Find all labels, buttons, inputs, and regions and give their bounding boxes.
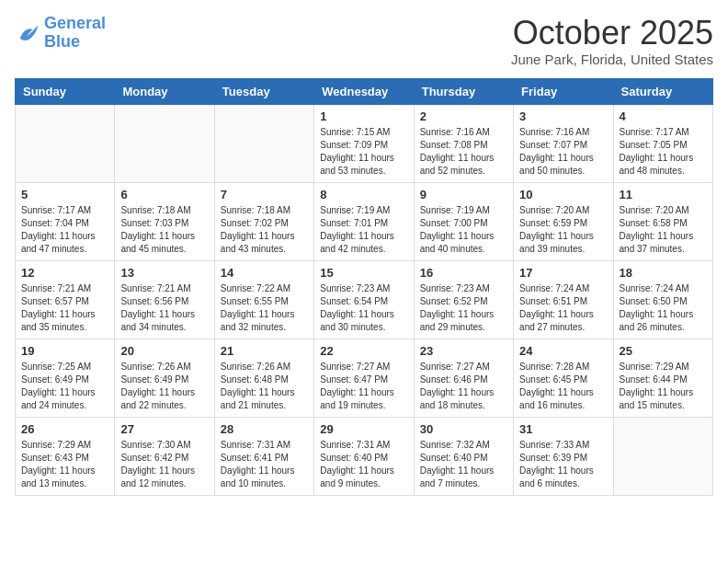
day-number: 9 [420,188,507,201]
day-number: 13 [120,266,208,280]
day-number: 15 [320,266,407,280]
day-number: 23 [420,344,507,358]
calendar-week-row: 26Sunrise: 7:29 AM Sunset: 6:43 PM Dayli… [16,417,713,495]
logo-text: General Blue [44,15,106,52]
table-row: 27Sunrise: 7:30 AM Sunset: 6:42 PM Dayli… [115,417,214,495]
day-info: Sunrise: 7:30 AM Sunset: 6:42 PM Dayligh… [120,439,208,490]
day-number: 8 [320,188,407,201]
day-number: 28 [221,422,308,436]
day-number: 4 [620,109,707,123]
logo: General Blue [15,15,106,52]
day-number: 12 [21,266,108,280]
calendar-header-row: Sunday Monday Tuesday Wednesday Thursday… [16,78,713,104]
day-info: Sunrise: 7:26 AM Sunset: 6:48 PM Dayligh… [221,361,308,412]
table-row: 10Sunrise: 7:20 AM Sunset: 6:59 PM Dayli… [514,182,613,260]
table-row: 8Sunrise: 7:19 AM Sunset: 7:01 PM Daylig… [314,182,414,260]
day-info: Sunrise: 7:20 AM Sunset: 6:58 PM Dayligh… [620,204,707,256]
day-number: 17 [519,266,607,280]
day-info: Sunrise: 7:21 AM Sunset: 6:57 PM Dayligh… [21,282,108,334]
day-number: 7 [221,188,308,201]
header-monday: Monday [115,78,214,104]
table-row: 24Sunrise: 7:28 AM Sunset: 6:45 PM Dayli… [514,339,613,417]
calendar-week-row: 12Sunrise: 7:21 AM Sunset: 6:57 PM Dayli… [16,260,713,339]
logo-icon [15,20,40,46]
day-number: 1 [320,109,407,123]
day-number: 16 [420,266,507,280]
table-row: 12Sunrise: 7:21 AM Sunset: 6:57 PM Dayli… [16,260,115,339]
table-row: 6Sunrise: 7:18 AM Sunset: 7:03 PM Daylig… [115,182,214,260]
day-number: 18 [620,266,707,280]
table-row [16,104,115,182]
day-number: 10 [519,188,607,201]
table-row: 21Sunrise: 7:26 AM Sunset: 6:48 PM Dayli… [214,339,313,417]
day-info: Sunrise: 7:26 AM Sunset: 6:49 PM Dayligh… [120,361,208,412]
table-row: 9Sunrise: 7:19 AM Sunset: 7:00 PM Daylig… [414,182,513,260]
day-info: Sunrise: 7:28 AM Sunset: 6:45 PM Dayligh… [519,361,607,412]
calendar-week-row: 1Sunrise: 7:15 AM Sunset: 7:09 PM Daylig… [16,104,713,182]
calendar-table: Sunday Monday Tuesday Wednesday Thursday… [15,78,713,496]
day-number: 22 [320,344,407,358]
table-row: 18Sunrise: 7:24 AM Sunset: 6:50 PM Dayli… [613,260,712,339]
table-row [115,104,214,182]
day-number: 6 [120,188,208,201]
table-row: 22Sunrise: 7:27 AM Sunset: 6:47 PM Dayli… [314,339,414,417]
table-row: 17Sunrise: 7:24 AM Sunset: 6:51 PM Dayli… [514,260,613,339]
table-row: 15Sunrise: 7:23 AM Sunset: 6:54 PM Dayli… [314,260,414,339]
header-tuesday: Tuesday [214,78,313,104]
day-number: 3 [519,109,607,123]
table-row: 31Sunrise: 7:33 AM Sunset: 6:39 PM Dayli… [514,417,613,495]
day-number: 2 [420,109,507,123]
header-sunday: Sunday [16,78,115,104]
header-friday: Friday [514,78,613,104]
table-row: 20Sunrise: 7:26 AM Sunset: 6:49 PM Dayli… [115,339,214,417]
day-info: Sunrise: 7:29 AM Sunset: 6:44 PM Dayligh… [620,361,707,412]
day-number: 31 [519,422,607,436]
day-number: 19 [21,344,108,358]
table-row [214,104,313,182]
day-info: Sunrise: 7:27 AM Sunset: 6:47 PM Dayligh… [320,361,407,412]
day-info: Sunrise: 7:31 AM Sunset: 6:41 PM Dayligh… [221,439,308,490]
title-section: October 2025 June Park, Florida, United … [511,15,713,67]
day-number: 29 [320,422,407,436]
calendar-week-row: 19Sunrise: 7:25 AM Sunset: 6:49 PM Dayli… [16,339,713,417]
table-row: 19Sunrise: 7:25 AM Sunset: 6:49 PM Dayli… [16,339,115,417]
day-number: 30 [420,422,507,436]
day-info: Sunrise: 7:18 AM Sunset: 7:03 PM Dayligh… [120,204,208,256]
table-row: 23Sunrise: 7:27 AM Sunset: 6:46 PM Dayli… [414,339,513,417]
day-info: Sunrise: 7:24 AM Sunset: 6:51 PM Dayligh… [519,282,607,334]
table-row: 26Sunrise: 7:29 AM Sunset: 6:43 PM Dayli… [16,417,115,495]
day-info: Sunrise: 7:27 AM Sunset: 6:46 PM Dayligh… [420,361,507,412]
day-info: Sunrise: 7:16 AM Sunset: 7:08 PM Dayligh… [420,126,507,178]
day-info: Sunrise: 7:19 AM Sunset: 7:00 PM Dayligh… [420,204,507,256]
header-wednesday: Wednesday [314,78,414,104]
table-row: 7Sunrise: 7:18 AM Sunset: 7:02 PM Daylig… [214,182,313,260]
day-info: Sunrise: 7:19 AM Sunset: 7:01 PM Dayligh… [320,204,407,256]
table-row: 2Sunrise: 7:16 AM Sunset: 7:08 PM Daylig… [414,104,513,182]
table-row: 3Sunrise: 7:16 AM Sunset: 7:07 PM Daylig… [514,104,613,182]
page-header: General Blue October 2025 June Park, Flo… [15,15,713,67]
day-info: Sunrise: 7:29 AM Sunset: 6:43 PM Dayligh… [21,439,108,490]
day-number: 11 [620,188,707,201]
header-thursday: Thursday [414,78,513,104]
location: June Park, Florida, United States [511,52,713,67]
day-info: Sunrise: 7:31 AM Sunset: 6:40 PM Dayligh… [320,439,407,490]
day-info: Sunrise: 7:21 AM Sunset: 6:56 PM Dayligh… [120,282,208,334]
day-info: Sunrise: 7:22 AM Sunset: 6:55 PM Dayligh… [221,282,308,334]
day-number: 25 [620,344,707,358]
day-number: 24 [519,344,607,358]
table-row: 29Sunrise: 7:31 AM Sunset: 6:40 PM Dayli… [314,417,414,495]
day-info: Sunrise: 7:17 AM Sunset: 7:04 PM Dayligh… [21,204,108,256]
table-row: 11Sunrise: 7:20 AM Sunset: 6:58 PM Dayli… [613,182,712,260]
day-number: 14 [221,266,308,280]
table-row [613,417,712,495]
day-info: Sunrise: 7:16 AM Sunset: 7:07 PM Dayligh… [519,126,607,178]
header-saturday: Saturday [613,78,712,104]
day-info: Sunrise: 7:18 AM Sunset: 7:02 PM Dayligh… [221,204,308,256]
table-row: 13Sunrise: 7:21 AM Sunset: 6:56 PM Dayli… [115,260,214,339]
table-row: 1Sunrise: 7:15 AM Sunset: 7:09 PM Daylig… [314,104,414,182]
day-info: Sunrise: 7:33 AM Sunset: 6:39 PM Dayligh… [519,439,607,490]
day-number: 21 [221,344,308,358]
table-row: 5Sunrise: 7:17 AM Sunset: 7:04 PM Daylig… [16,182,115,260]
calendar-week-row: 5Sunrise: 7:17 AM Sunset: 7:04 PM Daylig… [16,182,713,260]
table-row: 16Sunrise: 7:23 AM Sunset: 6:52 PM Dayli… [414,260,513,339]
